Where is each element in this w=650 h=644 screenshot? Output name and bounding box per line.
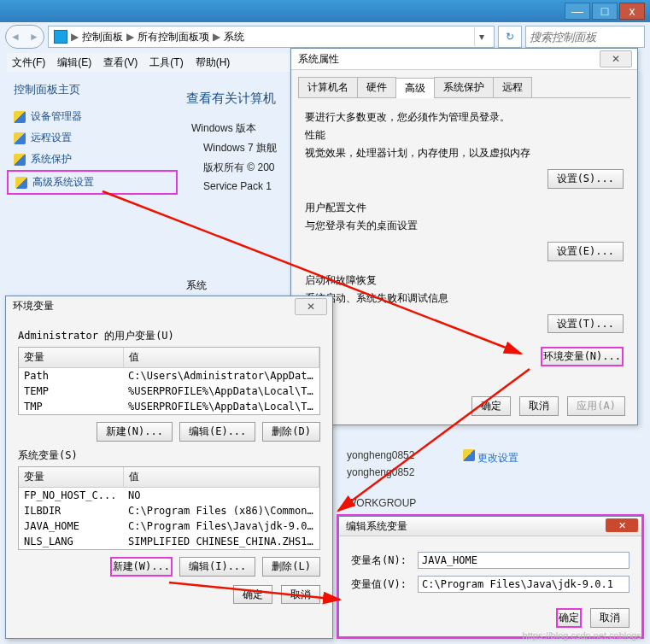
envvars-cancel-button[interactable]: 取消 — [281, 585, 320, 605]
breadcrumb-a[interactable]: 控制面板 — [82, 30, 123, 44]
menu-view[interactable]: 查看(V) — [103, 56, 138, 70]
performance-desc: 视觉效果，处理器计划，内存使用，以及虚拟内存 — [305, 146, 624, 161]
editvar-ok-button[interactable]: 确定 — [556, 608, 582, 628]
sysprops-tabs: 计算机名 硬件 高级 系统保护 远程 — [298, 77, 630, 98]
user-vars-label: Administrator 的用户变量(U) — [18, 329, 320, 343]
shield-icon — [15, 177, 27, 189]
windows-edition-label: Windows 版本 — [191, 119, 306, 138]
tab-computer-name[interactable]: 计算机名 — [298, 77, 358, 97]
col-var: 变量 — [19, 348, 124, 367]
change-settings-link[interactable]: 更改设置 — [477, 452, 518, 464]
nav-back-forward[interactable]: ◄► — [5, 25, 44, 49]
sys-vars-label: 系统变量(S) — [18, 448, 320, 463]
user-edit-button[interactable]: 编辑(E)... — [179, 422, 255, 442]
table-row[interactable]: NLS_LANGSIMPLIFIED CHINESE_CHINA.ZHS16GB… — [19, 534, 319, 549]
var-value-label: 变量值(V): — [351, 577, 418, 592]
user-delete-button[interactable]: 删除(D) — [262, 422, 320, 442]
shield-icon — [14, 132, 26, 144]
maximize-button[interactable]: □ — [592, 3, 618, 20]
window-titlebar: — □ x — [0, 0, 650, 22]
sys-edit-button[interactable]: 编辑(I)... — [179, 557, 255, 577]
var-name-label: 变量名(N): — [351, 553, 418, 568]
user-new-button[interactable]: 新建(N)... — [97, 422, 173, 442]
breadcrumb-dropdown-icon[interactable]: ▾ — [474, 27, 489, 46]
menu-edit[interactable]: 编辑(E) — [57, 56, 91, 70]
envvars-close-button[interactable]: ✕ — [295, 298, 327, 315]
sysprops-ok-button[interactable]: 确定 — [471, 396, 511, 416]
workgroup: WORKGROUP — [347, 497, 416, 509]
tab-hardware[interactable]: 硬件 — [357, 77, 396, 97]
performance-group-title: 性能 — [305, 128, 624, 143]
shield-icon — [14, 154, 26, 166]
var-value-input[interactable]: C:\Program Files\Java\jdk-9.0.1 — [418, 576, 630, 593]
editvar-close-button[interactable]: ✕ — [606, 518, 638, 532]
menu-file[interactable]: 文件(F) — [12, 56, 45, 70]
sidebar: 控制面板主页 设备管理器 远程设置 系统保护 高级系统设置 — [7, 77, 178, 195]
shield-icon — [14, 111, 26, 123]
startup-group-title: 启动和故障恢复 — [305, 273, 624, 288]
sysprops-apply-button: 应用(A) — [567, 396, 625, 416]
computer-name: yongheng0852 — [347, 449, 414, 461]
page-title: 查看有关计算机 — [186, 91, 306, 107]
table-row[interactable]: TEMP%USERPROFILE%\AppData\Local\Temp — [19, 383, 319, 399]
userprofile-settings-button[interactable]: 设置(E)... — [548, 242, 624, 261]
breadcrumb-c[interactable]: 系统 — [224, 30, 244, 44]
full-computer-name: yongheng0852 — [347, 466, 416, 478]
var-name-input[interactable]: JAVA_HOME — [418, 552, 630, 569]
envvars-title: 环境变量 — [13, 299, 54, 313]
menu-tools[interactable]: 工具(T) — [149, 56, 183, 70]
userprofile-group-title: 用户配置文件 — [305, 201, 624, 215]
shield-icon — [463, 449, 475, 461]
startup-settings-button[interactable]: 设置(T)... — [548, 314, 624, 334]
table-row[interactable]: ILBDIRC:\Program Files (x86)\Common F... — [19, 503, 319, 518]
computer-info: yongheng0852 更改设置 yongheng0852 WORKGROUP — [347, 444, 416, 514]
search-input[interactable] — [525, 26, 645, 48]
table-row[interactable]: TMP%USERPROFILE%\AppData\Local\Temp — [19, 399, 319, 414]
address-bar: ◄► ▶ 控制面板 ▶ 所有控制面板项 ▶ 系统 ▾ ↻ — [5, 24, 645, 50]
tab-advanced[interactable]: 高级 — [395, 78, 435, 98]
watermark: https://blog.csdn.net.cnblogs — [523, 630, 641, 641]
sysprops-title: 系统属性 — [298, 52, 339, 67]
system-section-label: 系统 — [186, 278, 207, 293]
sysprops-close-button[interactable]: ✕ — [600, 50, 632, 67]
breadcrumb-b[interactable]: 所有控制面板项 — [138, 30, 209, 44]
sidebar-advanced-system-settings[interactable]: 高级系统设置 — [7, 170, 178, 195]
tab-remote[interactable]: 远程 — [493, 77, 532, 97]
table-row[interactable]: JAVA_HOMEC:\Program Files\Java\jdk-9.0.1 — [19, 518, 319, 534]
system-properties-dialog: 系统属性 ✕ 计算机名 硬件 高级 系统保护 远程 要进行大多数更改，您必须作为… — [290, 48, 638, 425]
sysprops-cancel-button[interactable]: 取消 — [519, 396, 559, 416]
envvars-ok-button[interactable]: 确定 — [233, 585, 272, 605]
control-panel-icon — [54, 30, 67, 44]
sys-new-button[interactable]: 新建(W)... — [110, 557, 173, 577]
sidebar-system-protection[interactable]: 系统保护 — [7, 149, 178, 170]
editvar-title: 编辑系统变量 — [346, 519, 407, 534]
sys-vars-table[interactable]: 变量值 FP_NO_HOST_C...NO ILBDIRC:\Program F… — [18, 466, 320, 550]
close-button[interactable]: x — [619, 3, 645, 20]
refresh-button[interactable]: ↻ — [498, 26, 522, 48]
edit-system-variable-dialog: 编辑系统变量 ✕ 变量名(N):JAVA_HOME 变量值(V):C:\Prog… — [338, 516, 642, 637]
col-var: 变量 — [19, 467, 124, 487]
sys-delete-button[interactable]: 删除(L) — [262, 557, 320, 577]
editvar-cancel-button[interactable]: 取消 — [590, 608, 630, 628]
breadcrumb[interactable]: ▶ 控制面板 ▶ 所有控制面板项 ▶ 系统 ▾ — [48, 26, 495, 48]
env-vars-dialog: 环境变量 ✕ Administrator 的用户变量(U) 变量值 PathC:… — [5, 296, 333, 639]
tab-system-protection[interactable]: 系统保护 — [434, 77, 494, 97]
user-vars-table[interactable]: 变量值 PathC:\Users\Administrator\AppData\.… — [18, 347, 320, 415]
sidebar-device-manager[interactable]: 设备管理器 — [7, 106, 178, 127]
breadcrumb-sep: ▶ — [71, 31, 79, 43]
performance-settings-button[interactable]: 设置(S)... — [548, 169, 624, 189]
userprofile-desc: 与您登录有关的桌面设置 — [305, 219, 624, 233]
minimize-button[interactable]: — — [565, 3, 590, 20]
sidebar-remote-settings[interactable]: 远程设置 — [7, 127, 178, 149]
sidebar-title: 控制面板主页 — [14, 82, 178, 97]
startup-desc: 系统启动、系统失败和调试信息 — [305, 291, 624, 306]
menu-help[interactable]: 帮助(H) — [196, 56, 231, 70]
environment-variables-button[interactable]: 环境变量(N)... — [541, 347, 624, 366]
admin-notice: 要进行大多数更改，您必须作为管理员登录。 — [305, 110, 624, 125]
table-row[interactable]: FP_NO_HOST_C...NO — [19, 488, 319, 503]
content-area: 查看有关计算机 Windows 版本 Windows 7 旗舰 版权所有 © 2… — [186, 85, 306, 196]
col-val: 值 — [124, 348, 319, 367]
col-val: 值 — [124, 467, 319, 487]
table-row[interactable]: PathC:\Users\Administrator\AppData\... — [19, 368, 319, 383]
